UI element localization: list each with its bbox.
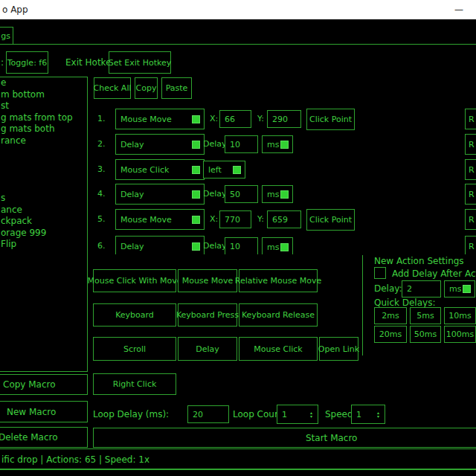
action-type-dropdown[interactable]: Mouse Click [115, 159, 205, 180]
check-all-button[interactable]: Check All [94, 77, 131, 99]
add-delay-checkbox[interactable] [374, 267, 386, 279]
quick-delay-label: 10ms [448, 311, 471, 321]
start-macro-button[interactable]: Start Macro [93, 428, 476, 448]
action-type-dropdown[interactable]: Delay [115, 236, 205, 254]
y-input[interactable]: 659 [267, 210, 301, 228]
action-index: 2. [97, 139, 106, 149]
macro-listbox[interactable]: e m bottom st g mats from top g mats bot… [0, 77, 88, 372]
stepper-arrows-icon[interactable]: ▴▾ [377, 411, 379, 418]
mouse-button-dropdown[interactable]: left [203, 161, 245, 178]
x-input[interactable]: 66 [219, 110, 251, 128]
action-type-value: Mouse Click [120, 165, 169, 175]
macro-list-item[interactable]: e [0, 77, 87, 89]
new-action-delay-input[interactable]: 2 [402, 280, 441, 298]
add-relative-mouse-move-button[interactable]: Relative Mouse Move [239, 269, 318, 292]
action-type-dropdown[interactable]: Delay [115, 184, 205, 205]
remove-action-button[interactable]: R [465, 184, 476, 205]
action-type-dropdown[interactable]: Mouse Move [115, 109, 205, 129]
add-right-click-button[interactable]: Right Click [93, 373, 176, 395]
quick-delay-10ms-button[interactable]: 10ms [444, 307, 476, 324]
dropdown-indicator-icon [233, 166, 241, 174]
delay-value: 10 [230, 242, 240, 251]
delay-unit-dropdown[interactable]: ms [262, 185, 293, 203]
quick-delay-label: 20ms [379, 329, 402, 339]
new-action-delay-unit-dropdown[interactable]: ms [444, 280, 475, 298]
macro-list-item[interactable]: s [0, 193, 87, 205]
new-macro-label: New Macro [7, 407, 56, 417]
action-type-dropdown[interactable]: Mouse Move [115, 209, 205, 230]
new-action-delay-label: Delay: [374, 283, 402, 294]
macro-list-item[interactable]: g mats both [0, 123, 87, 135]
remove-action-button[interactable]: R [465, 236, 476, 254]
minimize-button[interactable]: — [446, 0, 472, 19]
add-action-label: Delay [196, 344, 219, 354]
remove-action-button[interactable]: R [465, 209, 476, 230]
check-all-label: Check All [94, 83, 132, 93]
macro-list-item[interactable] [0, 170, 87, 181]
toggle-hotkey-label: : [1, 57, 4, 68]
add-scroll-button[interactable]: Scroll [93, 337, 176, 361]
loop-delay-input[interactable]: 20 [187, 405, 229, 423]
quick-delay-20ms-button[interactable]: 20ms [374, 326, 407, 343]
add-keyboard-release-button[interactable]: Keyboard Release [239, 303, 318, 327]
add-mouse-click-with-move-button[interactable]: Mouse Click With Move [93, 269, 176, 292]
paste-button[interactable]: Paste [161, 77, 192, 99]
macro-list-item[interactable]: ckpack [0, 216, 87, 228]
click-point-button[interactable]: Click Point [306, 109, 355, 130]
add-delay-button[interactable]: Delay [178, 337, 237, 361]
click-point-button[interactable]: Click Point [306, 209, 355, 231]
y-input[interactable]: 290 [267, 110, 301, 128]
y-label: Y: [257, 114, 264, 123]
loop-count-stepper[interactable]: 1 ▴▾ [277, 405, 318, 424]
set-exit-hotkey-button[interactable]: Set Exit Hotkey [109, 51, 171, 74]
action-type-value: Delay [120, 190, 144, 199]
dropdown-indicator-icon [192, 166, 200, 174]
macro-list-item[interactable] [0, 181, 87, 193]
add-action-label: Right Click [113, 379, 157, 389]
remove-action-button[interactable]: R [465, 109, 476, 129]
remove-action-button[interactable]: R [465, 159, 476, 180]
delay-unit-value: ms [267, 190, 279, 199]
macro-list-item[interactable]: rance [0, 135, 87, 147]
delay-input[interactable]: 10 [225, 237, 258, 254]
x-value: 66 [225, 115, 235, 124]
copy-macro-button[interactable]: Copy Macro [0, 374, 88, 395]
delay-label: Delay [203, 189, 227, 199]
action-list: Check All Copy Paste 1. Mouse Move X: 66… [89, 71, 476, 254]
macro-list-item[interactable]: ance [0, 205, 87, 216]
quick-delay-5ms-button[interactable]: 5ms [410, 307, 441, 324]
quick-delay-2ms-button[interactable]: 2ms [374, 307, 407, 324]
macro-list-item[interactable] [0, 158, 87, 170]
action-type-value: Delay [120, 242, 144, 251]
macro-list-item[interactable] [0, 147, 87, 158]
stepper-arrows-icon[interactable]: ▴▾ [310, 411, 312, 418]
add-mouse-click-button[interactable]: Mouse Click [239, 337, 318, 361]
quick-delay-100ms-button[interactable]: 100ms [444, 326, 476, 343]
macro-list-item[interactable]: Flip [0, 239, 87, 251]
new-action-delay-value: 2 [407, 284, 412, 294]
macro-list-item[interactable]: m bottom [0, 89, 87, 101]
loop-delay-value: 20 [193, 410, 203, 419]
delete-macro-button[interactable]: Delete Macro [0, 427, 88, 448]
macro-list-item[interactable]: st [0, 100, 87, 112]
add-keyboard-button[interactable]: Keyboard [93, 303, 176, 327]
add-mouse-move-button[interactable]: Mouse Move [178, 269, 237, 292]
delay-input[interactable]: 10 [225, 135, 258, 153]
toggle-hotkey-button[interactable]: Toggle: f6 [6, 51, 48, 74]
speed-stepper[interactable]: 1 ▴▾ [351, 405, 385, 424]
delay-input[interactable]: 50 [225, 185, 258, 203]
action-type-dropdown[interactable]: Delay [115, 134, 205, 155]
remove-action-button[interactable]: R [465, 134, 476, 155]
add-keyboard-press-button[interactable]: Keyboard Press [178, 303, 237, 327]
x-input[interactable]: 770 [219, 210, 251, 228]
new-macro-button[interactable]: New Macro [0, 401, 88, 422]
delay-unit-dropdown[interactable]: ms [262, 237, 293, 254]
add-open-link-button[interactable]: Open Link [319, 337, 358, 361]
quick-delay-50ms-button[interactable]: 50ms [410, 326, 441, 343]
tab-settings[interactable]: gs [0, 27, 13, 45]
macro-list-item[interactable]: g mats from top [0, 112, 87, 124]
macro-list-item[interactable]: orage 999 [0, 228, 87, 239]
copy-button[interactable]: Copy [135, 77, 158, 99]
delay-unit-dropdown[interactable]: ms [262, 135, 293, 153]
action-row: 1. Mouse Move X: 66 Y: 290 Click Point R [89, 109, 476, 129]
